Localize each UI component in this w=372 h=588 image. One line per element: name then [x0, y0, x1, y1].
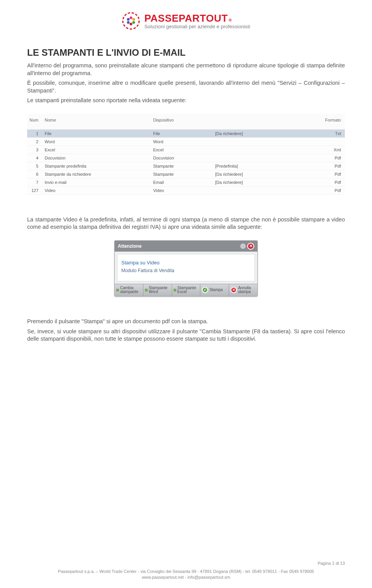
- cell-num: 3: [27, 146, 42, 154]
- logo-icon: [122, 12, 140, 30]
- svg-point-4: [130, 23, 133, 26]
- table-row[interactable]: 127VideoVideoPdf: [27, 186, 345, 194]
- cell-disp: File: [151, 129, 213, 137]
- cell-fmt: Pdf: [290, 154, 345, 162]
- cambia-stampante-button[interactable]: Cambia stampante: [115, 284, 143, 296]
- table-row[interactable]: 7Invio e-mailEmail[Da richiedere]Pdf: [27, 178, 345, 186]
- cell-fmt: Xml: [290, 146, 345, 154]
- stampa-button[interactable]: ✓Stampa: [200, 284, 229, 296]
- cell-nome: File: [42, 129, 151, 137]
- stampante-excel-button[interactable]: Stampante Excel: [172, 284, 201, 296]
- cell-disp: Email: [151, 178, 213, 186]
- page-number: Pagina 1 di 13: [27, 561, 345, 566]
- paragraph-intro-3: Le stampanti preinstallate sono riportat…: [27, 97, 345, 105]
- cell-fmt: Pdf: [290, 186, 345, 194]
- col-header-formato: Formato: [290, 114, 345, 130]
- cell-disp: Word: [151, 137, 213, 146]
- cell-fmt: Pdf: [290, 162, 345, 170]
- cell-fmt: Pdf: [290, 178, 345, 186]
- svg-point-0: [123, 13, 139, 29]
- cell-fmt: Txt: [290, 129, 345, 137]
- cell-nome: Docuvision: [42, 154, 151, 162]
- paragraph-stampa: Premendo il pulsante "Stampa" si apre un…: [27, 318, 345, 326]
- cell-num: 6: [27, 170, 42, 178]
- cell-disp: Docuvision: [151, 154, 213, 162]
- col-header-num: Num: [27, 114, 42, 130]
- table-header-row: Num Nome Dispositivo Formato: [27, 114, 345, 130]
- cell-num: 1: [27, 129, 42, 137]
- cell-opt: [Predefinita]: [213, 162, 290, 170]
- cell-opt: [213, 137, 290, 146]
- footer-contact: www.passepartout.net - info@passepartout…: [27, 574, 345, 580]
- table-row[interactable]: 1FileFile[Da richiedere]Txt: [27, 129, 345, 137]
- svg-point-5: [127, 21, 130, 24]
- table-row[interactable]: 5Stampante predefinitaStampante[Predefin…: [27, 162, 345, 170]
- cell-num: 127: [27, 186, 42, 194]
- cell-nome: Video: [42, 186, 151, 194]
- cell-num: 5: [27, 162, 42, 170]
- dialog-body: Stampa su Video Modulo Fattura di Vendit…: [117, 254, 255, 281]
- svg-point-6: [127, 18, 130, 21]
- cell-num: 7: [27, 178, 42, 186]
- page-footer: Pagina 1 di 13 Passepartout s.p.a. – Wor…: [27, 561, 345, 580]
- cell-opt: [213, 154, 290, 162]
- cell-nome: Stampante da richiedere: [42, 170, 151, 178]
- header-logo: PASSEPARTOUT® Soluzioni gestionali per a…: [27, 12, 345, 32]
- paragraph-cambia: Se, invece, si vuole stampare su altri d…: [27, 328, 345, 343]
- stampante-word-button[interactable]: Stampante Word: [143, 284, 172, 296]
- dialog-minimize-icon[interactable]: [240, 243, 246, 249]
- svg-point-3: [133, 21, 135, 24]
- table-row[interactable]: 6Stampante da richiedereStampante[Da ric…: [27, 170, 345, 178]
- dialog-message-2: Modulo Fattura di Vendita: [121, 268, 251, 273]
- table-row[interactable]: 2WordWord: [27, 137, 345, 146]
- footer-address: Passepartout s.p.a. – World Trade Center…: [27, 569, 345, 574]
- svg-point-2: [133, 18, 135, 21]
- cell-fmt: Pdf: [290, 170, 345, 178]
- cell-opt: [Da richiedere]: [213, 129, 290, 137]
- printers-table: Num Nome Dispositivo Formato 1FileFile[D…: [27, 114, 345, 195]
- cell-nome: Excel: [42, 146, 151, 154]
- table-row[interactable]: 4DocuvisionDocuvisionPdf: [27, 154, 345, 162]
- dialog-title-text: Attenzione: [118, 243, 141, 249]
- cell-nome: Word: [42, 137, 151, 146]
- dialog-message-1: Stampa su Video: [121, 260, 251, 266]
- cell-disp: Stampante: [151, 170, 213, 178]
- cell-fmt: [290, 137, 345, 146]
- dialog-titlebar: Attenzione ✕: [115, 241, 257, 252]
- cell-opt: [213, 186, 290, 194]
- page-title: LE STAMPANTI E L'INVIO DI E-MAIL: [27, 47, 345, 58]
- dialog-button-bar: Cambia stampante Stampante Word Stampant…: [115, 284, 257, 296]
- paragraph-intro-2: È possibile, comunque, inserirne altre o…: [27, 79, 345, 94]
- cell-nome: Invio e-mail: [42, 178, 151, 186]
- cell-disp: Excel: [151, 146, 213, 154]
- col-header-dispositivo: Dispositivo: [151, 114, 213, 130]
- paragraph-video: La stampante Video è la predefinita, inf…: [27, 216, 345, 231]
- cell-num: 2: [27, 137, 42, 146]
- brand-tagline: Soluzioni gestionali per aziende e profe…: [144, 24, 250, 29]
- paragraph-intro-1: All'interno del programma, sono preinsta…: [27, 62, 345, 77]
- brand-name: PASSEPARTOUT®: [144, 12, 250, 24]
- cell-nome: Stampante predefinita: [42, 162, 151, 170]
- dialog-close-icon[interactable]: ✕: [247, 243, 254, 250]
- cell-disp: Stampante: [151, 162, 213, 170]
- cell-opt: [Da richiedere]: [213, 170, 290, 178]
- cell-num: 4: [27, 154, 42, 162]
- col-header-nome: Nome: [42, 114, 151, 130]
- table-row[interactable]: 3ExcelExcelXml: [27, 146, 345, 154]
- annulla-stampa-button[interactable]: ✕Annulla stampa: [229, 284, 257, 296]
- svg-point-1: [130, 17, 133, 19]
- cell-disp: Video: [151, 186, 213, 194]
- col-header-option: [213, 114, 290, 130]
- cell-opt: [Da richiedere]: [213, 178, 290, 186]
- attention-dialog: Attenzione ✕ Stampa su Video Modulo Fatt…: [114, 240, 258, 297]
- cell-opt: [213, 146, 290, 154]
